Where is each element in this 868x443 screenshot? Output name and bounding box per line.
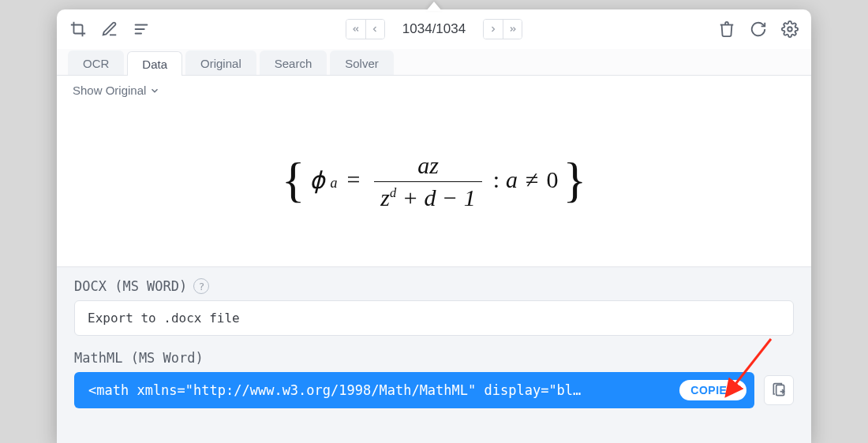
- toolbar: 1034/1034: [57, 9, 811, 49]
- pager-first-button[interactable]: [346, 20, 365, 39]
- eq-numerator: az: [411, 151, 445, 180]
- tabs: OCR Data Original Search Solver: [57, 49, 811, 76]
- right-brace: }: [563, 155, 587, 204]
- mathml-content: <math xmlns="http://www.w3.org/1998/Math…: [88, 382, 679, 398]
- pager-next-button[interactable]: [484, 20, 503, 39]
- show-original-toggle[interactable]: Show Original: [73, 84, 160, 97]
- eq-cond-a: a: [506, 166, 518, 193]
- eq-colon: :: [493, 166, 499, 193]
- tab-label: Data: [142, 58, 167, 71]
- tab-label: OCR: [83, 57, 109, 70]
- mathml-row: <math xmlns="http://www.w3.org/1998/Math…: [74, 372, 794, 408]
- trash-icon[interactable]: [718, 20, 735, 38]
- tab-data[interactable]: Data: [127, 51, 182, 76]
- text-lines-icon[interactable]: [133, 20, 150, 38]
- show-original-label: Show Original: [73, 84, 146, 97]
- eq-zero: 0: [547, 166, 559, 193]
- left-brace: {: [282, 155, 305, 204]
- mathml-copy-box[interactable]: <math xmlns="http://www.w3.org/1998/Math…: [74, 372, 754, 408]
- page-counter: 1034/1034: [391, 21, 477, 37]
- tab-label: Original: [200, 57, 241, 70]
- refresh-icon[interactable]: [750, 20, 767, 38]
- eq-neq: ≠: [526, 166, 538, 193]
- help-icon[interactable]: ?: [193, 278, 209, 294]
- svg-point-3: [788, 27, 792, 32]
- mathml-label-text: MathML (MS Word): [74, 350, 204, 366]
- eq-fraction-bar: [374, 181, 481, 182]
- toolbar-center: 1034/1034: [158, 19, 710, 39]
- tab-solver[interactable]: Solver: [330, 50, 394, 75]
- pager-prev-button[interactable]: [365, 20, 384, 39]
- edit-icon[interactable]: [101, 20, 118, 38]
- export-docx-label: Export to .docx file: [88, 311, 240, 326]
- pager-next-last: [483, 19, 522, 39]
- popover-pointer: [426, 2, 442, 11]
- eq-phi-sub: a: [330, 175, 337, 192]
- toolbar-left: [69, 20, 150, 38]
- eq-equals: =: [346, 166, 360, 193]
- tab-ocr[interactable]: OCR: [68, 50, 124, 75]
- pager-first-prev: [346, 19, 385, 39]
- clipboard-icon[interactable]: [764, 375, 794, 405]
- app-window: 1034/1034 OCR Data Origi: [57, 9, 811, 443]
- equation-display: { ϕa = az zd + d − 1 : a ≠ 0 }: [57, 101, 811, 266]
- chevron-down-icon: [149, 85, 160, 96]
- subheader: Show Original: [57, 76, 811, 101]
- toolbar-right: [718, 20, 799, 38]
- gear-icon[interactable]: [781, 20, 799, 38]
- docx-label-text: DOCX (MS WORD): [74, 278, 187, 294]
- tab-original[interactable]: Original: [185, 50, 256, 75]
- tab-search[interactable]: Search: [260, 50, 327, 75]
- docx-section-label: DOCX (MS WORD) ?: [74, 278, 794, 294]
- export-area: DOCX (MS WORD) ? Export to .docx file Ma…: [57, 266, 811, 443]
- copied-pill: COPIED: [679, 380, 746, 400]
- tab-label: Solver: [345, 57, 379, 70]
- mathml-section-label: MathML (MS Word): [74, 350, 794, 366]
- eq-phi: ϕ: [309, 166, 325, 194]
- eq-denominator: zd + d − 1: [374, 184, 481, 212]
- export-docx-button[interactable]: Export to .docx file: [74, 300, 794, 336]
- tab-label: Search: [275, 57, 312, 70]
- pager-last-button[interactable]: [503, 20, 522, 39]
- eq-fraction: az zd + d − 1: [374, 151, 481, 212]
- crop-icon[interactable]: [69, 20, 87, 38]
